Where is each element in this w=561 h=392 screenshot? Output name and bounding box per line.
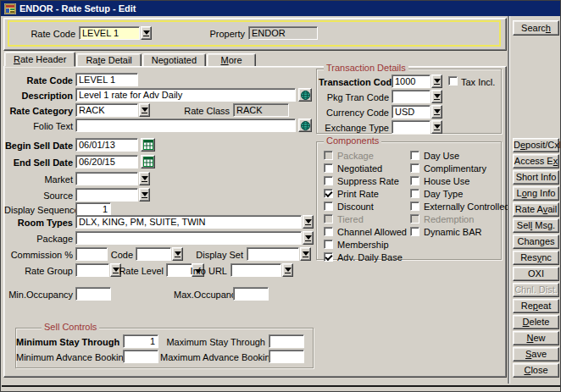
- tiered-checkbox-label: Tiered: [337, 214, 364, 224]
- component-suppress-rate[interactable]: Suppress Rate: [324, 174, 407, 187]
- new-button[interactable]: New: [513, 331, 559, 345]
- short-info-button[interactable]: Short Info: [513, 170, 559, 185]
- market-field[interactable]: [75, 172, 138, 185]
- changes-button[interactable]: Changes: [513, 235, 559, 249]
- oxi-button[interactable]: OXI: [513, 267, 559, 281]
- commission-code-field[interactable]: [136, 247, 171, 261]
- description-translate-globe-icon[interactable]: [298, 88, 312, 102]
- component-discount[interactable]: Discount: [324, 200, 407, 213]
- property-field: [248, 26, 318, 40]
- discount-checkbox[interactable]: [324, 202, 333, 211]
- description-field[interactable]: [75, 88, 296, 102]
- search-button[interactable]: Search: [513, 20, 559, 36]
- day-use-checkbox[interactable]: [410, 151, 419, 160]
- display-sequence-field[interactable]: [75, 202, 111, 216]
- rate-group-field[interactable]: [75, 263, 109, 277]
- currency-code-field[interactable]: [392, 105, 430, 119]
- house-use-checkbox[interactable]: [410, 176, 419, 185]
- max-stay-field[interactable]: [269, 334, 304, 348]
- pkg-tran-code-label: Pkg Tran Code: [319, 91, 389, 103]
- externally-controlled-checkbox[interactable]: [410, 202, 419, 211]
- component-channel-allowed[interactable]: Channel Allowed: [324, 225, 407, 238]
- suppress-rate-checkbox[interactable]: [324, 176, 333, 185]
- pkg-tran-code-dropdown-icon[interactable]: [431, 90, 442, 103]
- rate-category-dropdown-icon[interactable]: [139, 103, 150, 117]
- dynamic-bar-checkbox[interactable]: [410, 227, 419, 236]
- transaction-code-field[interactable]: [392, 75, 430, 88]
- save-button[interactable]: Save: [513, 347, 559, 362]
- end-sell-date-field[interactable]: [75, 155, 138, 168]
- component-negotiated[interactable]: Negotiated: [324, 162, 407, 174]
- package-field[interactable]: [75, 231, 302, 245]
- transaction-code-dropdown-icon[interactable]: [431, 75, 442, 88]
- complimentary-checkbox[interactable]: [410, 163, 419, 173]
- resync-button[interactable]: Resync: [513, 251, 559, 265]
- max-occupancy-field[interactable]: [233, 287, 269, 301]
- room-types-dropdown-icon[interactable]: [303, 215, 314, 229]
- exchange-type-field[interactable]: [392, 120, 430, 134]
- component-externally-controlled[interactable]: Externally Controlled: [410, 200, 510, 213]
- channel-allowed-checkbox-label: Channel Allowed: [337, 227, 407, 237]
- max-adv-booking-field[interactable]: [269, 350, 304, 363]
- min-adv-booking-field[interactable]: [123, 350, 158, 363]
- suppress-rate-checkbox-label: Suppress Rate: [337, 176, 399, 186]
- market-dropdown-icon[interactable]: [139, 172, 150, 185]
- tab-negotiated[interactable]: Negotiated: [142, 53, 206, 67]
- component-adv-daily-base[interactable]: Adv. Daily Base: [324, 251, 407, 263]
- tab-rate-detail[interactable]: Rate Detail: [76, 53, 141, 67]
- close-button[interactable]: Close: [513, 363, 559, 378]
- display-set-dropdown-icon[interactable]: [300, 247, 311, 261]
- repeat-button[interactable]: Repeat: [513, 299, 559, 313]
- sell-msg-button[interactable]: Sell Msg.: [513, 218, 559, 233]
- component-complimentary[interactable]: Complimentary: [410, 162, 510, 174]
- folio-text-translate-globe-icon[interactable]: [298, 119, 312, 132]
- day-type-checkbox[interactable]: [410, 189, 419, 198]
- component-day-type[interactable]: Day Type: [410, 187, 510, 200]
- info-url-field[interactable]: [231, 263, 281, 277]
- print-rate-checkbox[interactable]: [324, 189, 333, 198]
- source-dropdown-icon[interactable]: [139, 188, 150, 202]
- folio-text-field[interactable]: [75, 119, 296, 132]
- tab-more[interactable]: More: [207, 53, 256, 67]
- component-day-use[interactable]: Day Use: [410, 149, 510, 162]
- deposit-cxl-button[interactable]: Deposit/Cxl: [513, 138, 559, 152]
- package-dropdown-icon[interactable]: [303, 231, 314, 245]
- component-tiered: Tiered: [324, 213, 407, 225]
- source-field[interactable]: [75, 188, 138, 202]
- min-adv-booking-label: Minimum Advance Booking: [16, 351, 119, 363]
- end-sell-date-calendar-icon[interactable]: [141, 155, 155, 168]
- currency-code-dropdown-icon[interactable]: [431, 105, 442, 119]
- rate-category-field[interactable]: [75, 103, 138, 117]
- long-info-button[interactable]: Long Info: [513, 186, 559, 201]
- access-ex-button[interactable]: Access Ex: [513, 154, 559, 168]
- min-occupancy-field[interactable]: [75, 287, 111, 301]
- max-adv-booking-label: Maximum Advance Booking: [160, 351, 265, 363]
- begin-sell-date-field[interactable]: [75, 138, 138, 152]
- component-membership[interactable]: Membership: [324, 238, 407, 251]
- channel-allowed-checkbox[interactable]: [324, 227, 333, 236]
- header-rate-code-field[interactable]: [79, 26, 140, 40]
- begin-sell-date-calendar-icon[interactable]: [141, 138, 155, 152]
- sell-controls-title: Sell Controls: [42, 322, 99, 332]
- tab-rate-header[interactable]: Rate Header: [4, 52, 75, 67]
- component-print-rate[interactable]: Print Rate: [324, 187, 407, 200]
- info-url-dropdown-icon[interactable]: [282, 263, 293, 277]
- component-house-use[interactable]: House Use: [410, 174, 510, 187]
- display-set-field[interactable]: [247, 247, 299, 261]
- rate-code-field[interactable]: [75, 73, 138, 86]
- tax-incl-checkbox[interactable]: [448, 76, 458, 86]
- begin-sell-date-label: Begin Sell Date: [4, 140, 73, 152]
- adv-daily-base-checkbox[interactable]: [324, 252, 333, 262]
- exchange-type-dropdown-icon[interactable]: [431, 120, 442, 134]
- negotiated-checkbox[interactable]: [324, 163, 333, 173]
- rate-level-label: Rate Level: [114, 265, 164, 277]
- min-stay-field[interactable]: [123, 334, 158, 348]
- pkg-tran-code-field[interactable]: [392, 90, 430, 103]
- rate-avail-button[interactable]: Rate Avail: [513, 202, 559, 217]
- commission-code-dropdown-icon[interactable]: [172, 247, 183, 261]
- delete-button[interactable]: Delete: [513, 315, 559, 329]
- room-types-field[interactable]: [75, 215, 302, 229]
- component-dynamic-bar[interactable]: Dynamic BAR: [410, 225, 510, 238]
- display-set-label: Display Set: [191, 249, 243, 261]
- membership-checkbox[interactable]: [324, 240, 333, 249]
